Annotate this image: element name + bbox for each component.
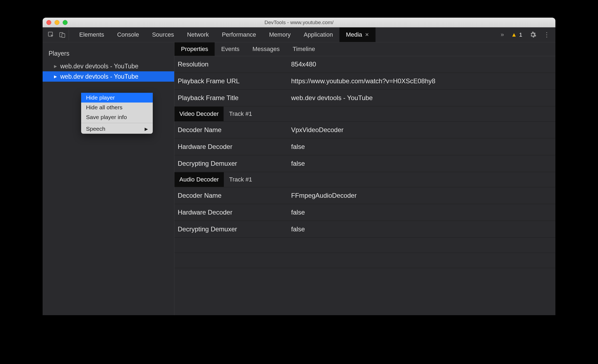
section-title: Video Decoder — [174, 107, 224, 121]
audio-decoder-section: Audio Decoder Track #1 — [174, 172, 555, 187]
property-label: Hardware Decoder — [178, 143, 291, 151]
tab-performance[interactable]: Performance — [215, 27, 263, 42]
media-subtabs: Properties Events Messages Timeline — [174, 42, 555, 56]
empty-row — [174, 253, 555, 268]
context-menu-hide-player[interactable]: Hide player — [81, 93, 153, 103]
context-menu-separator — [81, 123, 153, 123]
players-sidebar: Players ▶ web.dev devtools - YouTube ▶ w… — [43, 42, 174, 315]
context-menu-speech[interactable]: Speech ▶ — [81, 124, 153, 134]
property-label: Decoder Name — [178, 192, 291, 199]
tab-label: Media — [346, 31, 362, 38]
property-label: Decrypting Demuxer — [178, 160, 291, 167]
subtab-timeline[interactable]: Timeline — [286, 42, 322, 56]
warning-icon: ▲ — [511, 31, 517, 38]
property-value: false — [291, 209, 305, 216]
context-menu-label: Hide all others — [86, 104, 122, 111]
property-row: Playback Frame Title web.dev devtools - … — [174, 90, 555, 107]
context-menu-save-player-info[interactable]: Save player info — [81, 112, 153, 122]
svg-rect-2 — [62, 34, 65, 37]
subtab-label: Properties — [181, 46, 208, 53]
property-label: Decoder Name — [178, 126, 291, 134]
tab-application[interactable]: Application — [297, 27, 339, 42]
property-value: 854x480 — [291, 60, 316, 68]
devtools-toolbar: Elements Console Sources Network Perform… — [43, 27, 555, 42]
property-row: Hardware Decoder false — [174, 139, 555, 155]
window-title: DevTools - www.youtube.com/ — [43, 20, 555, 25]
subtab-label: Timeline — [293, 46, 315, 53]
property-value: web.dev devtools - YouTube — [291, 94, 373, 102]
tab-media[interactable]: Media ✕ — [339, 27, 376, 42]
toolbar-separator — [69, 29, 69, 40]
context-menu-label: Save player info — [86, 114, 127, 120]
player-label: web.dev devtools - YouTube — [60, 63, 138, 70]
tab-label: Sources — [152, 31, 174, 38]
play-triangle-icon: ▶ — [54, 64, 57, 68]
property-value: false — [291, 143, 305, 151]
tab-sources[interactable]: Sources — [145, 27, 180, 42]
subtab-messages[interactable]: Messages — [246, 42, 286, 56]
tab-network[interactable]: Network — [180, 27, 215, 42]
context-menu-hide-all-others[interactable]: Hide all others — [81, 103, 153, 112]
player-item-selected[interactable]: ▶ web.dev devtools - YouTube — [43, 71, 174, 82]
content-area: Players ▶ web.dev devtools - YouTube ▶ w… — [43, 42, 555, 315]
main-panel: Properties Events Messages Timeline Reso… — [174, 42, 555, 315]
tab-console[interactable]: Console — [111, 27, 146, 42]
property-row: Hardware Decoder false — [174, 204, 555, 221]
empty-row — [174, 238, 555, 253]
device-toggle-icon[interactable] — [59, 31, 66, 38]
sidebar-title: Players — [43, 50, 174, 61]
property-label: Decrypting Demuxer — [178, 225, 291, 233]
properties-table: Resolution 854x480 Playback Frame URL ht… — [174, 56, 555, 315]
section-title: Audio Decoder — [174, 172, 224, 187]
inspect-icon[interactable] — [47, 31, 55, 38]
gear-icon[interactable] — [529, 31, 536, 38]
play-triangle-icon: ▶ — [54, 74, 57, 79]
context-menu: Hide player Hide all others Save player … — [81, 93, 153, 134]
context-menu-label: Hide player — [86, 94, 115, 101]
section-track: Track #1 — [224, 176, 252, 183]
warnings-badge[interactable]: ▲ 1 — [511, 31, 522, 38]
property-row: Decoder Name VpxVideoDecoder — [174, 122, 555, 139]
tab-label: Console — [117, 31, 139, 38]
tab-label: Elements — [79, 31, 104, 38]
window-titlebar: DevTools - www.youtube.com/ — [43, 18, 555, 27]
property-row: Decrypting Demuxer false — [174, 221, 555, 238]
property-label: Hardware Decoder — [178, 209, 291, 216]
warning-count: 1 — [519, 31, 522, 38]
more-tabs-icon[interactable]: » — [501, 31, 504, 38]
close-icon[interactable]: ✕ — [365, 32, 369, 38]
tab-label: Memory — [269, 31, 291, 38]
property-row: Decrypting Demuxer false — [174, 155, 555, 172]
property-value: false — [291, 160, 305, 167]
tab-elements[interactable]: Elements — [73, 27, 111, 42]
property-row: Decoder Name FFmpegAudioDecoder — [174, 187, 555, 204]
tab-label: Network — [187, 31, 209, 38]
property-value: false — [291, 225, 305, 233]
property-row: Playback Frame URL https://www.youtube.c… — [174, 73, 555, 90]
tab-memory[interactable]: Memory — [263, 27, 297, 42]
subtab-events[interactable]: Events — [215, 42, 246, 56]
subtab-label: Messages — [253, 46, 280, 53]
property-value: VpxVideoDecoder — [291, 126, 343, 134]
tab-label: Application — [304, 31, 333, 38]
kebab-menu-icon[interactable]: ⋮ — [543, 31, 550, 39]
player-item[interactable]: ▶ web.dev devtools - YouTube — [43, 61, 174, 71]
property-value: https://www.youtube.com/watch?v=H0XScE08… — [291, 77, 435, 85]
property-label: Playback Frame Title — [178, 94, 291, 102]
subtab-label: Events — [221, 46, 239, 53]
devtools-window: DevTools - www.youtube.com/ Elements Con… — [43, 18, 555, 315]
property-value: FFmpegAudioDecoder — [291, 192, 357, 199]
property-label: Resolution — [178, 60, 291, 68]
video-decoder-section: Video Decoder Track #1 — [174, 107, 555, 122]
property-label: Playback Frame URL — [178, 77, 291, 85]
property-row: Resolution 854x480 — [174, 56, 555, 73]
context-menu-label: Speech — [86, 126, 105, 132]
subtab-properties[interactable]: Properties — [174, 42, 215, 56]
tab-label: Performance — [222, 31, 256, 38]
chevron-right-icon: ▶ — [145, 126, 148, 132]
player-label: web.dev devtools - YouTube — [60, 73, 138, 80]
devtools-tabs: Elements Console Sources Network Perform… — [73, 27, 376, 42]
section-track: Track #1 — [224, 110, 252, 117]
